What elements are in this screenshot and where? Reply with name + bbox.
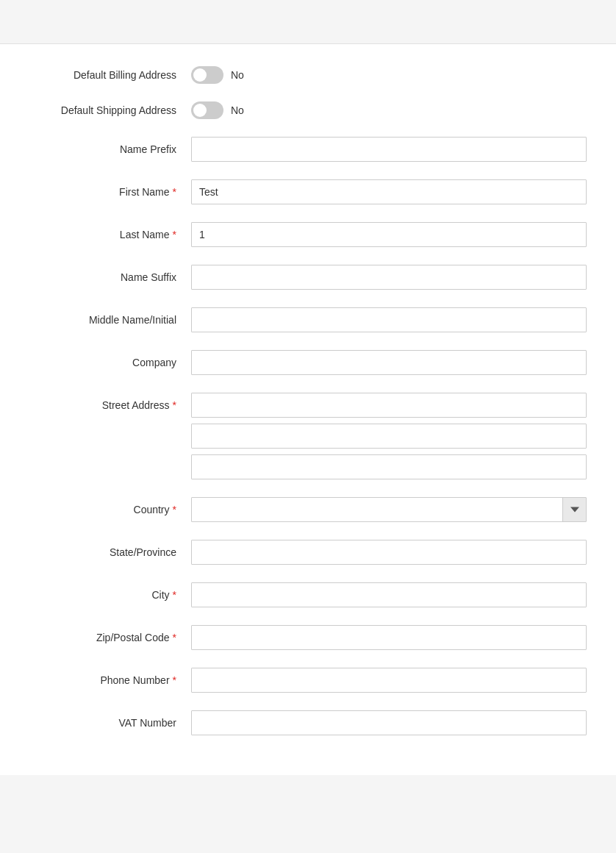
first-name-row: First Name* xyxy=(29,179,587,204)
country-required: * xyxy=(173,504,176,515)
name-suffix-input[interactable] xyxy=(191,265,587,290)
chevron-down-icon xyxy=(570,505,579,514)
zip-postal-row: Zip/Postal Code* xyxy=(29,625,587,650)
last-name-field xyxy=(191,222,587,247)
last-name-label: Last Name* xyxy=(29,222,191,243)
default-billing-status: No xyxy=(231,69,244,81)
phone-number-input[interactable] xyxy=(191,668,587,693)
country-field xyxy=(191,497,587,522)
country-label: Country* xyxy=(29,497,191,518)
country-row: Country* xyxy=(29,497,587,522)
default-billing-toggle[interactable] xyxy=(191,66,223,84)
name-suffix-row: Name Suffix xyxy=(29,265,587,290)
first-name-field xyxy=(191,179,587,204)
first-name-label: First Name* xyxy=(29,179,191,200)
street-address-line1-input[interactable] xyxy=(191,393,587,418)
state-province-field xyxy=(191,540,587,565)
street-address-line2-input[interactable] xyxy=(191,424,587,449)
middle-name-input[interactable] xyxy=(191,307,587,332)
city-label: City* xyxy=(29,582,191,603)
street-address-required: * xyxy=(173,399,176,411)
phone-number-required: * xyxy=(173,674,176,686)
name-prefix-label: Name Prefix xyxy=(29,137,191,157)
vat-number-input[interactable] xyxy=(191,710,587,735)
country-select[interactable] xyxy=(192,498,562,521)
city-row: City* xyxy=(29,582,587,607)
street-address-field xyxy=(191,393,587,479)
phone-number-field xyxy=(191,668,587,693)
default-shipping-slider xyxy=(191,101,223,119)
state-province-label: State/Province xyxy=(29,540,191,560)
company-row: Company xyxy=(29,350,587,375)
vat-number-label: VAT Number xyxy=(29,710,191,731)
default-billing-toggle-wrapper: No xyxy=(191,66,244,84)
default-shipping-row: Default Shipping Address No xyxy=(29,101,587,119)
default-shipping-toggle-wrapper: No xyxy=(191,101,244,119)
default-shipping-toggle[interactable] xyxy=(191,101,223,119)
address-form: Default Billing Address No Default Shipp… xyxy=(0,44,616,775)
middle-name-field xyxy=(191,307,587,332)
zip-postal-required: * xyxy=(173,632,176,643)
zip-postal-input[interactable] xyxy=(191,625,587,650)
default-billing-label: Default Billing Address xyxy=(29,69,191,81)
default-billing-slider xyxy=(191,66,223,84)
phone-number-row: Phone Number* xyxy=(29,668,587,693)
company-input[interactable] xyxy=(191,350,587,375)
last-name-row: Last Name* xyxy=(29,222,587,247)
top-bar xyxy=(0,0,616,44)
middle-name-row: Middle Name/Initial xyxy=(29,307,587,332)
first-name-input[interactable] xyxy=(191,179,587,204)
city-required: * xyxy=(173,589,176,601)
last-name-required: * xyxy=(173,229,176,240)
vat-number-field xyxy=(191,710,587,735)
country-dropdown-button[interactable] xyxy=(562,498,586,521)
first-name-required: * xyxy=(173,186,176,198)
default-shipping-status: No xyxy=(231,104,244,116)
state-province-input[interactable] xyxy=(191,540,587,565)
zip-postal-label: Zip/Postal Code* xyxy=(29,625,191,646)
country-select-wrapper xyxy=(191,497,587,522)
street-address-label: Street Address* xyxy=(29,393,191,413)
city-input[interactable] xyxy=(191,582,587,607)
default-shipping-label: Default Shipping Address xyxy=(29,104,191,116)
street-address-row: Street Address* xyxy=(29,393,587,479)
vat-number-row: VAT Number xyxy=(29,710,587,735)
name-prefix-field xyxy=(191,137,587,162)
last-name-input[interactable] xyxy=(191,222,587,247)
name-suffix-field xyxy=(191,265,587,290)
state-province-row: State/Province xyxy=(29,540,587,565)
middle-name-label: Middle Name/Initial xyxy=(29,307,191,328)
zip-postal-field xyxy=(191,625,587,650)
street-address-line3-input[interactable] xyxy=(191,454,587,479)
city-field xyxy=(191,582,587,607)
company-label: Company xyxy=(29,350,191,371)
default-billing-row: Default Billing Address No xyxy=(29,66,587,84)
name-prefix-input[interactable] xyxy=(191,137,587,162)
name-suffix-label: Name Suffix xyxy=(29,265,191,285)
name-prefix-row: Name Prefix xyxy=(29,137,587,162)
phone-number-label: Phone Number* xyxy=(29,668,191,688)
company-field xyxy=(191,350,587,375)
